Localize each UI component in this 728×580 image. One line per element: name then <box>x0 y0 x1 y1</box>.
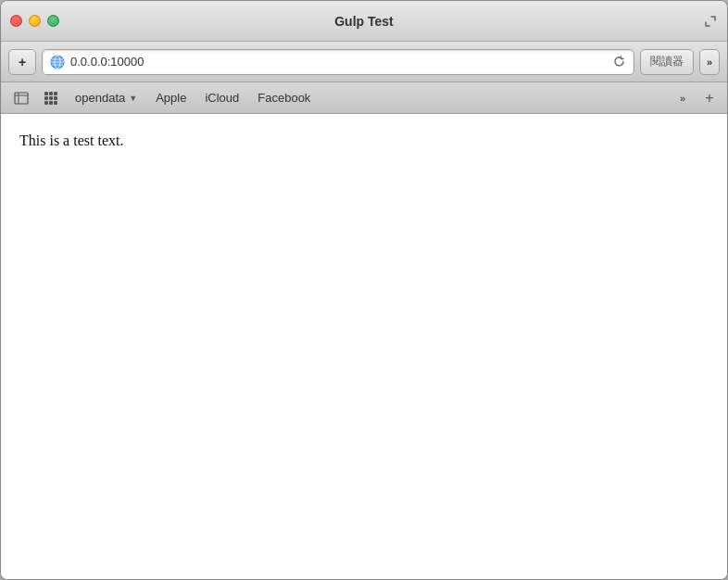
bookmark-label-apple: Apple <box>156 91 186 105</box>
globe-icon <box>50 55 65 69</box>
bookmarks-bar: opendata ▼ Apple iCloud Facebook » + <box>1 82 727 114</box>
close-button[interactable] <box>10 15 22 27</box>
resize-icon[interactable] <box>703 14 718 29</box>
title-bar: Gulp Test <box>1 1 727 42</box>
bookmark-item-facebook[interactable]: Facebook <box>250 88 318 108</box>
reading-list-button[interactable] <box>8 88 34 108</box>
bookmark-label-facebook: Facebook <box>257 91 310 105</box>
add-bookmark-button[interactable]: + <box>699 88 720 108</box>
add-bookmark-label: + <box>705 90 713 107</box>
browser-window: Gulp Test + 0.0.0.0:10000 <box>0 0 728 580</box>
bookmark-item-apple[interactable]: Apple <box>148 88 194 108</box>
svg-rect-5 <box>15 93 28 104</box>
title-bar-right <box>703 14 718 29</box>
bookmark-item-icloud[interactable]: iCloud <box>197 88 246 108</box>
page-content-text: This is a test text. <box>19 132 709 149</box>
maximize-button[interactable] <box>47 15 59 27</box>
new-tab-button[interactable]: + <box>8 49 36 75</box>
address-bar[interactable]: 0.0.0.0:10000 <box>42 49 634 75</box>
top-sites-button[interactable] <box>38 88 64 108</box>
minimize-button[interactable] <box>29 15 41 27</box>
new-tab-label: + <box>19 55 26 69</box>
traffic-lights <box>10 15 59 27</box>
content-area: This is a test text. <box>1 114 727 579</box>
nav-more-label: » <box>707 57 712 68</box>
dropdown-arrow-icon: ▼ <box>129 94 137 103</box>
reader-button[interactable]: 閱讀器 <box>640 49 694 75</box>
window-title: Gulp Test <box>334 14 394 29</box>
reload-button[interactable] <box>611 55 626 69</box>
bookmark-label-opendata: opendata <box>75 91 125 105</box>
bookmarks-more-button[interactable]: » <box>670 88 696 108</box>
grid-icon <box>44 92 57 105</box>
bookmarks-more-label: » <box>680 93 685 104</box>
address-text: 0.0.0.0:10000 <box>70 55 606 69</box>
nav-more-button[interactable]: » <box>699 49 720 75</box>
bookmark-item-opendata[interactable]: opendata ▼ <box>68 88 144 108</box>
nav-bar: + 0.0.0.0:10000 閱讀器 » <box>1 42 727 82</box>
bookmark-label-icloud: iCloud <box>205 91 239 105</box>
